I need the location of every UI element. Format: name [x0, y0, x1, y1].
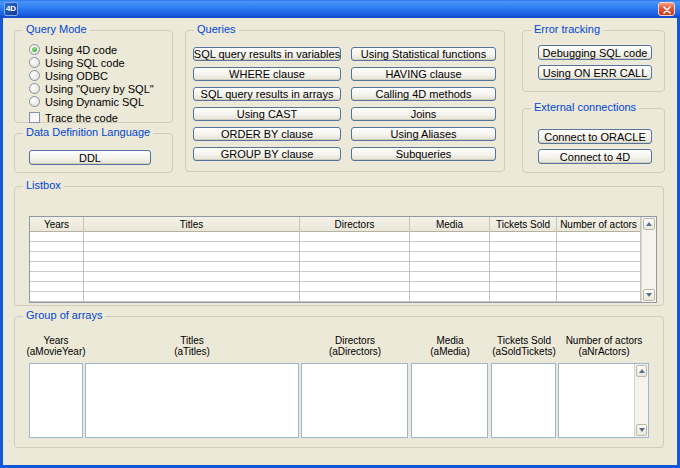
checkbox-label: Trace the code [45, 112, 118, 124]
chevron-down-icon [646, 293, 652, 300]
listbox-header-media[interactable]: Media [410, 217, 489, 232]
array-list-directors[interactable] [301, 363, 408, 438]
radio-using-dynamic-sql[interactable]: Using Dynamic SQL [29, 95, 154, 108]
listbox-body-number-of-actors[interactable] [557, 232, 640, 302]
queries-group: Queries SQL query results in variables U… [185, 30, 505, 172]
radio-label: Using "Query by SQL" [45, 83, 154, 95]
where-clause-button[interactable]: WHERE clause [193, 67, 341, 81]
chevron-up-icon [639, 366, 645, 373]
subqueries-button[interactable]: Subqueries [351, 147, 496, 161]
group-of-arrays-group: Group of arrays Years (aMovieYear) Title… [14, 316, 664, 448]
connect-to-4d-button[interactable]: Connect to 4D [538, 149, 652, 164]
group-by-clause-button[interactable]: GROUP BY clause [193, 147, 341, 161]
radio-label: Using ODBC [45, 70, 108, 82]
app-4d-icon: 4D [4, 2, 18, 16]
listbox-body-titles[interactable] [84, 232, 299, 302]
using-cast-button[interactable]: Using CAST [193, 107, 341, 121]
scroll-down-button[interactable] [636, 424, 647, 436]
group-of-arrays-label: Group of arrays [23, 309, 105, 322]
ddl-button[interactable]: DDL [29, 150, 151, 165]
array-title: Titles [142, 335, 242, 346]
listbox-header-number-of-actors[interactable]: Number of actors [557, 217, 640, 232]
listbox-header-directors[interactable]: Directors [300, 217, 409, 232]
ddl-group-label: Data Definition Language [23, 126, 153, 139]
checkbox-icon [29, 112, 40, 123]
array-name: (aMovieYear) [6, 346, 106, 357]
listbox-body-directors[interactable] [300, 232, 409, 302]
listbox-column-tickets-sold: Tickets Sold [490, 217, 557, 302]
radio-using-sql-code[interactable]: Using SQL code [29, 56, 154, 69]
scroll-up-button[interactable] [636, 365, 647, 377]
error-tracking-group-label: Error tracking [531, 23, 603, 36]
sql-query-results-in-arrays-button[interactable]: SQL query results in arrays [193, 87, 341, 101]
array-list-titles[interactable] [85, 363, 299, 438]
array-title: Directors [305, 335, 405, 346]
order-by-clause-button[interactable]: ORDER BY clause [193, 127, 341, 141]
ddl-group: Data Definition Language DDL [14, 133, 173, 173]
listbox-table: Years Titles Directors Media Tickets Sol… [29, 216, 657, 303]
connect-to-oracle-button[interactable]: Connect to ORACLE [538, 129, 652, 144]
array-header-directors: Directors (aDirectors) [305, 335, 405, 357]
array-list-number-of-actors[interactable] [558, 363, 649, 438]
debugging-sql-code-button[interactable]: Debugging SQL code [538, 45, 652, 60]
radio-icon [29, 57, 40, 68]
using-on-err-call-button[interactable]: Using ON ERR CALL [538, 65, 652, 80]
app-window: 4D Query Mode Using 4D code Using SQL co… [0, 0, 680, 468]
listbox-vertical-scrollbar[interactable] [641, 217, 656, 302]
array-name: (aDirectors) [305, 346, 405, 357]
array-list-tickets-sold[interactable] [491, 363, 556, 438]
array-header-number-of-actors: Number of actors (aNrActors) [554, 335, 654, 357]
external-connections-group-label: External connections [531, 101, 639, 114]
chevron-up-icon [646, 219, 652, 226]
listbox-body-tickets-sold[interactable] [490, 232, 556, 302]
scroll-down-button[interactable] [643, 289, 655, 301]
close-icon [663, 0, 671, 18]
queries-buttons: SQL query results in variables Using Sta… [193, 47, 496, 161]
sql-query-results-in-variables-button[interactable]: SQL query results in variables [193, 47, 341, 61]
radio-using-4d-code[interactable]: Using 4D code [29, 43, 154, 56]
radio-using-odbc[interactable]: Using ODBC [29, 69, 154, 82]
listbox-column-media: Media [410, 217, 490, 302]
query-mode-group: Query Mode Using 4D code Using SQL code … [14, 30, 173, 123]
array-list-media[interactable] [411, 363, 488, 438]
error-tracking-group: Error tracking Debugging SQL code Using … [522, 30, 665, 92]
external-connections-buttons: Connect to ORACLE Connect to 4D [538, 129, 652, 164]
array-title: Number of actors [554, 335, 654, 346]
joins-button[interactable]: Joins [351, 107, 496, 121]
radio-label: Using SQL code [45, 57, 125, 69]
app-icon-label: 4D [6, 4, 16, 13]
scroll-up-button[interactable] [643, 218, 655, 230]
using-aliases-button[interactable]: Using Aliases [351, 127, 496, 141]
checkbox-trace-the-code[interactable]: Trace the code [29, 111, 154, 124]
title-bar[interactable]: 4D [0, 0, 680, 18]
query-mode-group-label: Query Mode [23, 23, 90, 36]
listbox-column-directors: Directors [300, 217, 410, 302]
chevron-down-icon [639, 428, 645, 435]
radio-using-query-by-sql[interactable]: Using "Query by SQL" [29, 82, 154, 95]
having-clause-button[interactable]: HAVING clause [351, 67, 496, 81]
listbox-body-media[interactable] [410, 232, 489, 302]
window-content: Query Mode Using 4D code Using SQL code … [3, 18, 677, 465]
listbox-header-tickets-sold[interactable]: Tickets Sold [490, 217, 556, 232]
listbox-column-years: Years [30, 217, 84, 302]
array-name: (aNrActors) [554, 346, 654, 357]
radio-icon [29, 44, 40, 55]
radio-icon [29, 70, 40, 81]
external-connections-group: External connections Connect to ORACLE C… [522, 108, 665, 173]
query-mode-options: Using 4D code Using SQL code Using ODBC … [29, 43, 154, 124]
radio-icon [29, 96, 40, 107]
listbox-body-years[interactable] [30, 232, 83, 302]
listbox-group: Listbox Years Titles Directors Media [14, 186, 664, 306]
listbox-column-titles: Titles [84, 217, 300, 302]
calling-4d-methods-button[interactable]: Calling 4D methods [351, 87, 496, 101]
array-vertical-scrollbar[interactable] [634, 364, 648, 437]
listbox-header-titles[interactable]: Titles [84, 217, 299, 232]
listbox-group-label: Listbox [23, 179, 64, 192]
radio-label: Using Dynamic SQL [45, 96, 144, 108]
using-statistical-functions-button[interactable]: Using Statistical functions [351, 47, 496, 61]
queries-group-label: Queries [194, 23, 239, 36]
error-tracking-buttons: Debugging SQL code Using ON ERR CALL [538, 45, 652, 80]
close-button[interactable] [658, 2, 675, 16]
listbox-header-years[interactable]: Years [30, 217, 83, 232]
array-list-years[interactable] [29, 363, 83, 438]
